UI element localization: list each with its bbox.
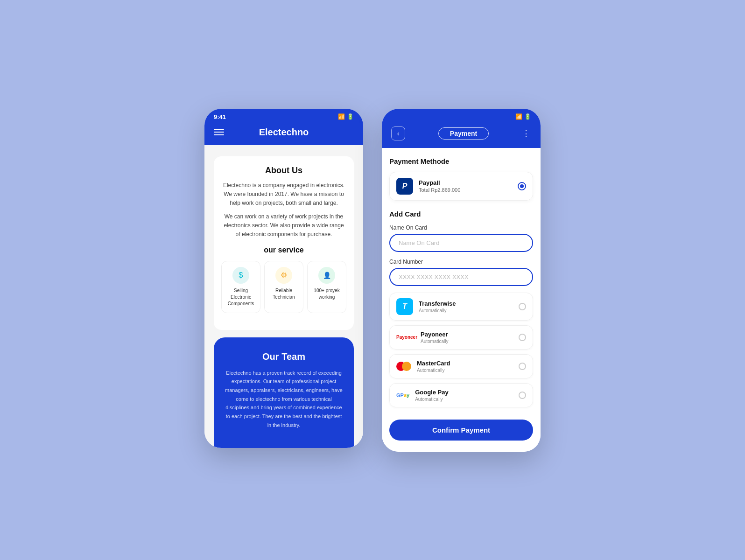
transferwise-sub: Automatically	[419, 308, 513, 313]
name-on-card-label: Name On Card	[389, 224, 533, 231]
more-button[interactable]: ⋮	[522, 128, 531, 139]
signal-icon-2: 📶	[515, 113, 522, 120]
mastercard-name: MasterCard	[417, 360, 513, 367]
about-section: About Us Electechno is a company engaged…	[214, 156, 354, 330]
payoneer-card[interactable]: Payoneer Payoneer Automatically	[389, 325, 533, 350]
paypal-logo: P	[396, 178, 413, 195]
payment-content: Payment Methode P Paypall Total Rp2.869.…	[382, 148, 541, 452]
paypal-radio[interactable]	[518, 182, 526, 190]
selling-icon: $	[239, 271, 243, 280]
paypal-info: Paypall Total Rp2.869.000	[419, 179, 512, 193]
about-paragraph2: We can work on a variety of work project…	[221, 212, 346, 239]
service-label-2: 100+ proyek working	[311, 287, 342, 301]
team-description: Electechno has a proven track record of …	[225, 369, 343, 430]
screens-container: 9:41 📶 🔋 Electechno About Us Electechno …	[204, 109, 541, 452]
card-number-input[interactable]	[389, 268, 533, 286]
back-icon: ‹	[397, 130, 400, 137]
status-icons-2: 📶 🔋	[515, 113, 531, 120]
mastercard-sub: Automatically	[417, 368, 513, 373]
service-item-1: ⚙ Reliable Technician	[264, 261, 303, 313]
team-title: Our Team	[225, 351, 343, 362]
service-item-2: 👤 100+ proyek working	[307, 261, 346, 313]
googlepay-radio[interactable]	[519, 392, 526, 399]
transferwise-info: Transferwise Automatically	[419, 300, 513, 313]
service-item-0: $ Selling Electronic Components	[221, 261, 260, 313]
hamburger-menu[interactable]	[214, 129, 224, 135]
payoneer-sub: Automatically	[421, 339, 513, 344]
payment-methode-title: Payment Methode	[389, 157, 533, 165]
card-number-label: Card Number	[389, 259, 533, 265]
battery-icon-1: 🔋	[347, 113, 354, 120]
googlepay-info: Google Pay Automatically	[415, 389, 513, 402]
service-icon-2: 👤	[318, 267, 335, 284]
app-title: Electechno	[259, 127, 309, 138]
back-button[interactable]: ‹	[391, 126, 405, 140]
mastercard-radio[interactable]	[519, 363, 526, 370]
payoneer-radio[interactable]	[519, 334, 526, 341]
team-section: Our Team Electechno has a proven track r…	[214, 337, 354, 448]
service-title: our service	[221, 246, 346, 254]
about-paragraph1: Electechno is a company engaged in elect…	[221, 181, 346, 208]
service-icon-0: $	[232, 267, 249, 284]
transferwise-card[interactable]: T Transferwise Automatically	[389, 293, 533, 321]
googlepay-name: Google Pay	[415, 389, 513, 396]
mastercard-info: MasterCard Automatically	[417, 360, 513, 373]
service-label-1: Reliable Technician	[268, 287, 299, 301]
payoneer-logo: Payoneer	[396, 335, 415, 340]
status-bar-2: 📶 🔋	[382, 109, 541, 123]
about-title: About Us	[221, 166, 346, 175]
status-icons-1: 📶 🔋	[338, 113, 354, 120]
transferwise-name: Transferwise	[419, 300, 513, 307]
battery-icon-2: 🔋	[524, 113, 531, 120]
googlepay-sub: Automatically	[415, 397, 513, 402]
about-screen: 9:41 📶 🔋 Electechno About Us Electechno …	[204, 109, 363, 448]
app-header: Electechno	[204, 123, 363, 145]
service-label-0: Selling Electronic Components	[225, 287, 256, 307]
transferwise-logo: T	[396, 298, 413, 315]
payment-header: ‹ Payment ⋮	[382, 123, 541, 148]
googlepay-logo: GPay	[396, 392, 409, 398]
paypal-total: Total Rp2.869.000	[419, 187, 512, 193]
payment-screen: 📶 🔋 ‹ Payment ⋮ Payment Methode P Paypal…	[382, 109, 541, 452]
signal-icon-1: 📶	[338, 113, 345, 120]
confirm-payment-button[interactable]: Confirm Payment	[389, 420, 533, 441]
paypal-card[interactable]: P Paypall Total Rp2.869.000	[389, 172, 533, 201]
mastercard-logo	[396, 362, 411, 371]
payoneer-info: Payoneer Automatically	[421, 331, 513, 344]
about-content: About Us Electechno is a company engaged…	[204, 145, 363, 448]
add-card-title: Add Card	[389, 210, 533, 218]
paypal-name: Paypall	[419, 179, 512, 186]
googlepay-card[interactable]: GPay Google Pay Automatically	[389, 383, 533, 407]
services-grid: $ Selling Electronic Components ⚙ Reliab…	[221, 261, 346, 313]
time-1: 9:41	[214, 113, 226, 120]
projects-icon: 👤	[323, 272, 331, 279]
status-bar-1: 9:41 📶 🔋	[204, 109, 363, 123]
payment-title: Payment	[438, 127, 489, 140]
transferwise-radio[interactable]	[519, 303, 526, 310]
mastercard-card[interactable]: MasterCard Automatically	[389, 354, 533, 378]
name-on-card-input[interactable]	[389, 234, 533, 252]
service-icon-1: ⚙	[275, 267, 292, 284]
technician-icon: ⚙	[281, 271, 287, 280]
payoneer-name: Payoneer	[421, 331, 513, 338]
